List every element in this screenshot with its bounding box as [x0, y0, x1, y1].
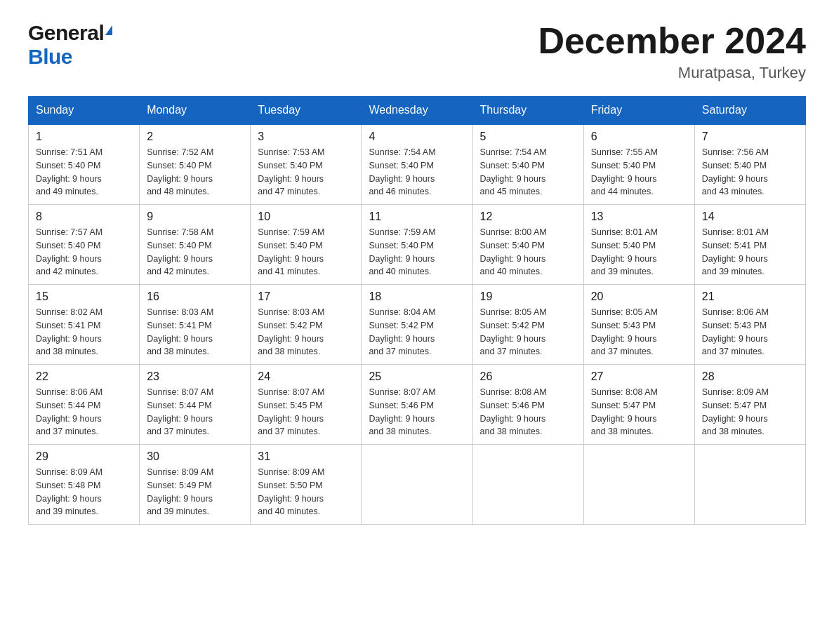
calendar-cell: 2Sunrise: 7:52 AMSunset: 5:40 PMDaylight…: [140, 124, 251, 205]
day-info: Sunrise: 8:08 AMSunset: 5:47 PMDaylight:…: [591, 386, 687, 438]
calendar-cell: 4Sunrise: 7:54 AMSunset: 5:40 PMDaylight…: [362, 124, 472, 205]
calendar-cell: [583, 445, 694, 525]
day-info: Sunrise: 7:53 AMSunset: 5:40 PMDaylight:…: [258, 146, 354, 199]
column-header-wednesday: Wednesday: [362, 97, 472, 125]
day-number: 1: [36, 130, 132, 143]
calendar-cell: 7Sunrise: 7:56 AMSunset: 5:40 PMDaylight…: [694, 124, 805, 205]
day-info: Sunrise: 8:07 AMSunset: 5:46 PMDaylight:…: [369, 386, 465, 438]
calendar-cell: 22Sunrise: 8:06 AMSunset: 5:44 PMDayligh…: [29, 365, 140, 445]
location-text: Muratpasa, Turkey: [538, 64, 806, 82]
calendar-cell: 18Sunrise: 8:04 AMSunset: 5:42 PMDayligh…: [362, 285, 472, 365]
day-info: Sunrise: 8:08 AMSunset: 5:46 PMDaylight:…: [480, 386, 576, 438]
calendar-cell: 11Sunrise: 7:59 AMSunset: 5:40 PMDayligh…: [362, 205, 472, 285]
day-number: 3: [258, 130, 354, 143]
day-info: Sunrise: 8:09 AMSunset: 5:48 PMDaylight:…: [36, 466, 132, 518]
day-number: 16: [147, 290, 243, 303]
logo-general-text: General: [28, 21, 104, 45]
day-info: Sunrise: 8:09 AMSunset: 5:47 PMDaylight:…: [702, 386, 798, 438]
column-header-sunday: Sunday: [29, 97, 140, 125]
day-number: 21: [702, 290, 798, 303]
calendar-cell: 23Sunrise: 8:07 AMSunset: 5:44 PMDayligh…: [140, 365, 251, 445]
calendar-week-row: 29Sunrise: 8:09 AMSunset: 5:48 PMDayligh…: [29, 445, 806, 525]
calendar-body: 1Sunrise: 7:51 AMSunset: 5:40 PMDaylight…: [29, 124, 806, 525]
day-number: 15: [36, 290, 132, 303]
day-info: Sunrise: 7:51 AMSunset: 5:40 PMDaylight:…: [36, 146, 132, 199]
logo-blue-text: Blue: [28, 45, 72, 68]
day-number: 22: [36, 370, 132, 383]
calendar-cell: 29Sunrise: 8:09 AMSunset: 5:48 PMDayligh…: [29, 445, 140, 525]
calendar-table: SundayMondayTuesdayWednesdayThursdayFrid…: [28, 96, 806, 525]
day-number: 30: [147, 450, 243, 463]
day-number: 20: [591, 290, 687, 303]
day-number: 25: [369, 370, 465, 383]
day-number: 29: [36, 450, 132, 463]
day-number: 23: [147, 370, 243, 383]
day-info: Sunrise: 8:05 AMSunset: 5:43 PMDaylight:…: [591, 306, 687, 358]
day-info: Sunrise: 8:07 AMSunset: 5:45 PMDaylight:…: [258, 386, 354, 438]
calendar-header-row: SundayMondayTuesdayWednesdayThursdayFrid…: [29, 97, 806, 125]
day-info: Sunrise: 7:52 AMSunset: 5:40 PMDaylight:…: [147, 146, 243, 199]
calendar-cell: 5Sunrise: 7:54 AMSunset: 5:40 PMDaylight…: [472, 124, 583, 205]
day-info: Sunrise: 7:59 AMSunset: 5:40 PMDaylight:…: [369, 226, 465, 279]
day-number: 6: [591, 130, 687, 143]
day-number: 26: [480, 370, 576, 383]
day-info: Sunrise: 8:05 AMSunset: 5:42 PMDaylight:…: [480, 306, 576, 358]
day-info: Sunrise: 7:56 AMSunset: 5:40 PMDaylight:…: [702, 146, 798, 199]
day-info: Sunrise: 8:03 AMSunset: 5:42 PMDaylight:…: [258, 306, 354, 358]
calendar-week-row: 1Sunrise: 7:51 AMSunset: 5:40 PMDaylight…: [29, 124, 806, 205]
day-number: 24: [258, 370, 354, 383]
calendar-cell: 30Sunrise: 8:09 AMSunset: 5:49 PMDayligh…: [140, 445, 251, 525]
calendar-cell: 10Sunrise: 7:59 AMSunset: 5:40 PMDayligh…: [251, 205, 362, 285]
day-info: Sunrise: 7:58 AMSunset: 5:40 PMDaylight:…: [147, 226, 243, 279]
day-info: Sunrise: 8:04 AMSunset: 5:42 PMDaylight:…: [369, 306, 465, 358]
column-header-friday: Friday: [583, 97, 694, 125]
day-number: 8: [36, 210, 132, 223]
calendar-cell: 25Sunrise: 8:07 AMSunset: 5:46 PMDayligh…: [362, 365, 472, 445]
calendar-week-row: 8Sunrise: 7:57 AMSunset: 5:40 PMDaylight…: [29, 205, 806, 285]
calendar-cell: 8Sunrise: 7:57 AMSunset: 5:40 PMDaylight…: [29, 205, 140, 285]
page-header: General Blue December 2024 Muratpasa, Tu…: [28, 21, 806, 82]
calendar-cell: 27Sunrise: 8:08 AMSunset: 5:47 PMDayligh…: [583, 365, 694, 445]
calendar-cell: 19Sunrise: 8:05 AMSunset: 5:42 PMDayligh…: [472, 285, 583, 365]
calendar-cell: 15Sunrise: 8:02 AMSunset: 5:41 PMDayligh…: [29, 285, 140, 365]
calendar-cell: 31Sunrise: 8:09 AMSunset: 5:50 PMDayligh…: [251, 445, 362, 525]
day-info: Sunrise: 8:00 AMSunset: 5:40 PMDaylight:…: [480, 226, 576, 279]
calendar-cell: 6Sunrise: 7:55 AMSunset: 5:40 PMDaylight…: [583, 124, 694, 205]
day-number: 4: [369, 130, 465, 143]
calendar-cell: [362, 445, 472, 525]
column-header-thursday: Thursday: [472, 97, 583, 125]
day-info: Sunrise: 8:09 AMSunset: 5:50 PMDaylight:…: [258, 466, 354, 518]
calendar-cell: 16Sunrise: 8:03 AMSunset: 5:41 PMDayligh…: [140, 285, 251, 365]
calendar-cell: 28Sunrise: 8:09 AMSunset: 5:47 PMDayligh…: [694, 365, 805, 445]
calendar-cell: 26Sunrise: 8:08 AMSunset: 5:46 PMDayligh…: [472, 365, 583, 445]
calendar-cell: 24Sunrise: 8:07 AMSunset: 5:45 PMDayligh…: [251, 365, 362, 445]
day-info: Sunrise: 8:03 AMSunset: 5:41 PMDaylight:…: [147, 306, 243, 358]
calendar-week-row: 15Sunrise: 8:02 AMSunset: 5:41 PMDayligh…: [29, 285, 806, 365]
calendar-cell: 12Sunrise: 8:00 AMSunset: 5:40 PMDayligh…: [472, 205, 583, 285]
day-number: 17: [258, 290, 354, 303]
day-number: 7: [702, 130, 798, 143]
calendar-cell: 3Sunrise: 7:53 AMSunset: 5:40 PMDaylight…: [251, 124, 362, 205]
day-number: 2: [147, 130, 243, 143]
calendar-cell: 14Sunrise: 8:01 AMSunset: 5:41 PMDayligh…: [694, 205, 805, 285]
day-number: 5: [480, 130, 576, 143]
day-info: Sunrise: 7:57 AMSunset: 5:40 PMDaylight:…: [36, 226, 132, 279]
calendar-cell: 13Sunrise: 8:01 AMSunset: 5:40 PMDayligh…: [583, 205, 694, 285]
calendar-week-row: 22Sunrise: 8:06 AMSunset: 5:44 PMDayligh…: [29, 365, 806, 445]
day-number: 12: [480, 210, 576, 223]
day-number: 19: [480, 290, 576, 303]
day-number: 13: [591, 210, 687, 223]
column-header-monday: Monday: [140, 97, 251, 125]
day-number: 27: [591, 370, 687, 383]
day-number: 11: [369, 210, 465, 223]
calendar-cell: 20Sunrise: 8:05 AMSunset: 5:43 PMDayligh…: [583, 285, 694, 365]
calendar-cell: [472, 445, 583, 525]
month-title: December 2024: [538, 21, 806, 61]
calendar-cell: [694, 445, 805, 525]
day-info: Sunrise: 7:54 AMSunset: 5:40 PMDaylight:…: [480, 146, 576, 199]
day-info: Sunrise: 8:09 AMSunset: 5:49 PMDaylight:…: [147, 466, 243, 518]
day-info: Sunrise: 7:59 AMSunset: 5:40 PMDaylight:…: [258, 226, 354, 279]
day-info: Sunrise: 8:06 AMSunset: 5:44 PMDaylight:…: [36, 386, 132, 438]
column-header-tuesday: Tuesday: [251, 97, 362, 125]
day-number: 18: [369, 290, 465, 303]
